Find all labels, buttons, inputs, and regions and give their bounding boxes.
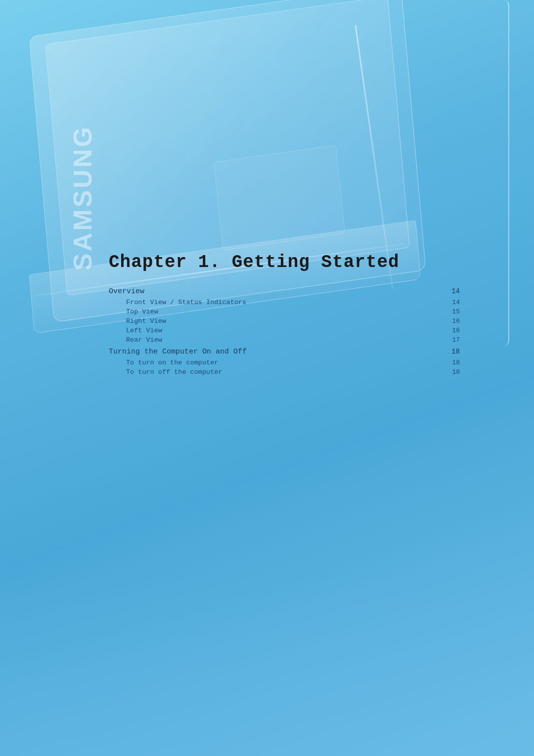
table-of-contents: Overview 14 Front View / Status Indicato… [109, 287, 460, 376]
toc-subsection-right-view-page: 16 [445, 317, 460, 325]
toc-section-turning-page: 18 [445, 348, 460, 356]
toc-subsection-turn-off-page: 18 [445, 368, 460, 376]
samsung-logo: SAMSUNG [68, 125, 97, 270]
toc-section-turning-label: Turning the Computer On and Off [109, 348, 247, 356]
toc-section-overview-page: 14 [445, 287, 460, 295]
toc-subsection-front-view-page: 14 [445, 299, 460, 306]
toc-subsection-left-view-label: Left View [126, 327, 162, 334]
toc-subsection-rear-view-label: Rear View [126, 336, 162, 344]
toc-subsection-turn-on-label: To turn on the computer [126, 359, 218, 366]
laptop-right-edge [480, 0, 509, 346]
chapter-title: Chapter 1. Getting Started [109, 252, 460, 272]
toc-subsection-left-view-page: 16 [445, 327, 460, 334]
toc-subsection-turn-off: To turn off the computer 18 [109, 368, 460, 376]
toc-section-turning: Turning the Computer On and Off 18 [109, 348, 460, 356]
toc-section-overview: Overview 14 [109, 287, 460, 296]
content-area: Chapter 1. Getting Started Overview 14 F… [99, 242, 470, 388]
toc-subsection-front-view-label: Front View / Status Indicators [126, 299, 246, 306]
toc-subsection-turn-on: To turn on the computer 18 [109, 359, 460, 366]
toc-subsection-turn-on-page: 18 [445, 359, 460, 366]
toc-subsection-top-view: Top View 15 [109, 308, 460, 315]
laptop-screen-reflection [214, 145, 345, 251]
toc-subsection-rear-view: Rear View 17 [109, 336, 460, 344]
toc-subsection-left-view: Left View 16 [109, 327, 460, 334]
bottom-overlay [0, 583, 534, 756]
toc-subsection-front-view: Front View / Status Indicators 14 [109, 299, 460, 306]
toc-subsection-top-view-label: Top View [126, 308, 158, 315]
toc-subsection-right-view-label: Right View [126, 317, 166, 325]
toc-subsection-rear-view-page: 17 [445, 336, 460, 344]
toc-section-overview-label: Overview [109, 287, 144, 296]
toc-subsection-turn-off-label: To turn off the computer [126, 368, 222, 376]
toc-subsection-right-view: Right View 16 [109, 317, 460, 325]
toc-subsection-top-view-page: 15 [445, 308, 460, 315]
